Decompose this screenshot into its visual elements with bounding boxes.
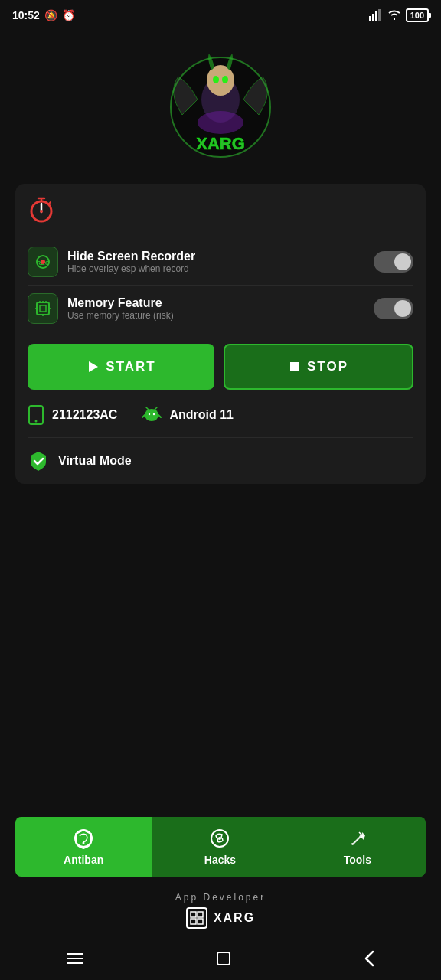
nav-menu-icon[interactable] bbox=[67, 952, 83, 969]
timer-row bbox=[28, 196, 413, 227]
wifi-icon bbox=[387, 9, 401, 22]
svg-text:XARG: XARG bbox=[196, 134, 245, 153]
stop-button[interactable]: STOP bbox=[224, 344, 413, 390]
svg-point-6 bbox=[207, 65, 234, 96]
svg-rect-41 bbox=[191, 912, 196, 917]
hacks-icon bbox=[209, 828, 230, 849]
logo-area: XARG bbox=[0, 31, 441, 176]
svg-line-35 bbox=[158, 415, 161, 417]
svg-rect-48 bbox=[217, 952, 230, 965]
phone-icon bbox=[28, 405, 44, 425]
feature-hide-screen-recorder: REC Hide Screen Recorder Hide overlay es… bbox=[28, 239, 413, 286]
svg-point-16 bbox=[41, 260, 45, 264]
stop-icon bbox=[289, 361, 301, 373]
feature-1-title: Hide Screen Recorder bbox=[67, 250, 195, 263]
svg-line-31 bbox=[155, 407, 157, 410]
status-bar: 10:52 🔕 ⏰ 100 bbox=[0, 0, 441, 31]
nav-home-icon[interactable] bbox=[216, 951, 231, 970]
hide-screen-recorder-toggle[interactable] bbox=[374, 251, 413, 273]
svg-rect-44 bbox=[198, 919, 203, 924]
svg-point-9 bbox=[198, 111, 243, 134]
android-icon bbox=[142, 407, 162, 423]
action-buttons: START STOP bbox=[28, 344, 413, 390]
tab-tools-label: Tools bbox=[344, 854, 371, 866]
device-id-item: 2112123AC bbox=[28, 405, 117, 425]
brand-name: XARG bbox=[214, 911, 255, 925]
svg-rect-0 bbox=[369, 16, 371, 21]
device-info-row: 2112123AC Android 11 bbox=[28, 405, 413, 438]
nav-back-icon[interactable] bbox=[364, 950, 374, 971]
svg-point-29 bbox=[145, 409, 158, 421]
tab-antiban[interactable]: Antiban bbox=[15, 817, 152, 877]
tab-hacks[interactable]: Hacks bbox=[152, 817, 289, 877]
svg-point-28 bbox=[35, 420, 38, 423]
status-left: 10:52 🔕 ⏰ bbox=[12, 9, 75, 21]
alarm-icon: ⏰ bbox=[62, 9, 75, 21]
status-right: 100 bbox=[369, 8, 429, 23]
antiban-icon bbox=[73, 828, 94, 849]
svg-rect-2 bbox=[375, 11, 377, 21]
rec-icon-box: REC bbox=[28, 247, 58, 277]
svg-rect-18 bbox=[40, 305, 46, 312]
svg-point-33 bbox=[153, 413, 155, 415]
developer-label: App Developer bbox=[175, 892, 266, 903]
app-logo: XARG bbox=[159, 46, 282, 168]
svg-line-34 bbox=[142, 415, 145, 417]
feature-memory: Memory Feature Use memory feature (risk) bbox=[28, 286, 413, 332]
feature-1-subtitle: Hide overlay esp when record bbox=[67, 263, 195, 274]
svg-line-30 bbox=[146, 407, 149, 410]
time-display: 10:52 bbox=[12, 9, 40, 21]
developer-brand: XARG bbox=[186, 907, 255, 929]
battery-display: 100 bbox=[406, 8, 429, 22]
svg-rect-42 bbox=[198, 912, 203, 917]
feature-2-title: Memory Feature bbox=[67, 296, 174, 310]
tab-antiban-label: Antiban bbox=[64, 854, 103, 866]
virtual-mode-label: Virtual Mode bbox=[58, 454, 132, 468]
svg-point-37 bbox=[83, 842, 85, 844]
system-nav-bar bbox=[0, 941, 441, 980]
svg-point-32 bbox=[149, 413, 150, 415]
memory-icon bbox=[33, 299, 53, 318]
svg-rect-1 bbox=[372, 14, 374, 21]
memory-icon-box bbox=[28, 293, 58, 324]
svg-marker-25 bbox=[89, 361, 98, 372]
signal-icon bbox=[369, 8, 383, 23]
android-version-item: Android 11 bbox=[142, 407, 234, 423]
memory-feature-toggle[interactable] bbox=[374, 298, 413, 319]
svg-rect-3 bbox=[378, 9, 381, 21]
timer-icon bbox=[28, 196, 55, 224]
tools-icon bbox=[347, 828, 368, 849]
device-id: 2112123AC bbox=[52, 408, 117, 422]
svg-point-39 bbox=[218, 837, 221, 840]
start-label: START bbox=[106, 359, 155, 374]
virtual-mode-row: Virtual Mode bbox=[28, 450, 413, 472]
android-version: Android 11 bbox=[169, 408, 234, 422]
svg-point-13 bbox=[40, 210, 43, 213]
start-button[interactable]: START bbox=[28, 344, 214, 390]
tab-tools[interactable]: Tools bbox=[289, 817, 426, 877]
shield-check-icon bbox=[28, 450, 49, 472]
feature-2-subtitle: Use memory feature (risk) bbox=[67, 310, 174, 321]
main-card: REC Hide Screen Recorder Hide overlay es… bbox=[15, 184, 426, 484]
tab-bar: Antiban Hacks Tools bbox=[15, 817, 426, 877]
tab-hacks-label: Hacks bbox=[204, 854, 236, 866]
developer-footer: App Developer XARG bbox=[0, 884, 441, 941]
grid-icon bbox=[190, 911, 204, 925]
svg-rect-17 bbox=[37, 302, 49, 315]
stop-label: STOP bbox=[307, 359, 348, 374]
mute-icon: 🔕 bbox=[44, 9, 57, 21]
svg-rect-43 bbox=[191, 919, 196, 924]
rec-icon: REC bbox=[33, 252, 53, 272]
play-icon bbox=[86, 360, 100, 374]
svg-point-8 bbox=[222, 76, 228, 83]
brand-icon-box bbox=[186, 907, 207, 929]
svg-rect-26 bbox=[290, 362, 299, 371]
svg-point-7 bbox=[213, 76, 219, 83]
